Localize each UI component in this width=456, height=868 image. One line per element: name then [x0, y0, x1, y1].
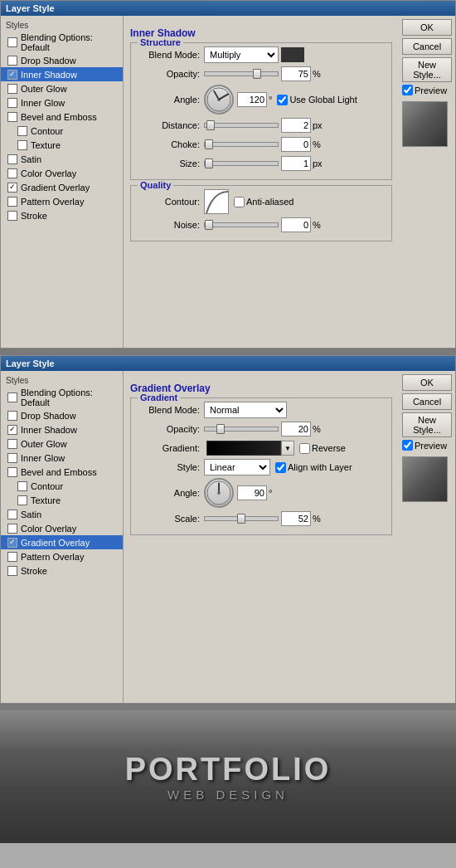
- p2-opacity-thumb[interactable]: [216, 424, 225, 434]
- stroke-checkbox[interactable]: [7, 211, 17, 221]
- preview-label[interactable]: Preview: [402, 85, 452, 95]
- choke-thumb[interactable]: [205, 139, 213, 149]
- p2-new-style-button[interactable]: New Style...: [402, 412, 452, 437]
- ok-button[interactable]: OK: [402, 19, 452, 36]
- sidebar-item-outer-glow[interactable]: Outer Glow: [1, 81, 123, 95]
- distance-input[interactable]: [281, 118, 311, 133]
- bevel-emboss-checkbox[interactable]: [7, 112, 17, 122]
- gradient-arrow[interactable]: ▼: [281, 441, 294, 456]
- p2-preview-checkbox[interactable]: [402, 440, 413, 451]
- p2-drop-shadow-checkbox[interactable]: [7, 411, 17, 421]
- choke-input[interactable]: [281, 137, 311, 152]
- p2-opacity-input[interactable]: [281, 422, 311, 436]
- preview-checkbox[interactable]: [402, 85, 413, 95]
- texture-checkbox[interactable]: [17, 140, 27, 150]
- p2-sidebar-item-pattern-overlay[interactable]: Pattern Overlay: [1, 549, 123, 563]
- p2-blending-options-checkbox[interactable]: [7, 393, 17, 402]
- sidebar-item-inner-glow[interactable]: Inner Glow: [1, 95, 123, 110]
- p2-stroke-checkbox[interactable]: [7, 566, 17, 576]
- p2-gradient-overlay-checkbox[interactable]: [7, 538, 17, 548]
- sidebar-item-gradient-overlay[interactable]: Gradient Overlay: [1, 180, 123, 194]
- p2-blend-mode-select[interactable]: Normal: [204, 402, 287, 418]
- blending-options-checkbox[interactable]: [7, 37, 17, 47]
- p2-satin-checkbox[interactable]: [7, 510, 17, 519]
- contour-checkbox[interactable]: [17, 126, 27, 136]
- pattern-overlay-checkbox[interactable]: [7, 197, 17, 207]
- p2-sidebar-item-inner-glow[interactable]: Inner Glow: [1, 451, 123, 465]
- outer-glow-checkbox[interactable]: [7, 84, 17, 94]
- p2-sidebar-item-satin[interactable]: Satin: [1, 507, 123, 521]
- reverse-label[interactable]: Reverse: [299, 443, 346, 454]
- new-style-button[interactable]: New Style...: [402, 57, 452, 82]
- p2-scale-thumb[interactable]: [237, 514, 245, 524]
- p2-opacity-slider[interactable]: [204, 427, 279, 432]
- p2-contour-checkbox[interactable]: [17, 481, 27, 491]
- p2-preview-label[interactable]: Preview: [402, 440, 452, 451]
- anti-aliased-checkbox[interactable]: [234, 197, 245, 207]
- blend-color-swatch[interactable]: [281, 47, 304, 62]
- sidebar-item-texture[interactable]: Texture: [1, 138, 123, 152]
- p2-inner-shadow-checkbox[interactable]: [7, 425, 17, 435]
- p2-sidebar-item-color-overlay[interactable]: Color Overlay: [1, 521, 123, 535]
- p2-ok-button[interactable]: OK: [402, 374, 452, 391]
- p2-angle-input[interactable]: [237, 485, 267, 500]
- p2-cancel-button[interactable]: Cancel: [402, 393, 452, 410]
- p2-sidebar-item-gradient-overlay[interactable]: Gradient Overlay: [1, 535, 123, 549]
- p2-style-select[interactable]: Linear: [204, 459, 270, 475]
- inner-shadow-checkbox[interactable]: [7, 70, 17, 80]
- sidebar-item-color-overlay[interactable]: Color Overlay: [1, 166, 123, 180]
- gradient-overlay-checkbox[interactable]: [7, 183, 17, 193]
- satin-checkbox[interactable]: [7, 154, 17, 164]
- p2-color-overlay-checkbox[interactable]: [7, 524, 17, 534]
- sidebar-item-blending-options[interactable]: Blending Options: Default: [1, 32, 123, 53]
- cancel-button[interactable]: Cancel: [402, 38, 452, 55]
- p2-sidebar-item-blending-options[interactable]: Blending Options: Default: [1, 387, 123, 408]
- choke-slider[interactable]: [204, 142, 279, 147]
- contour-preview[interactable]: [204, 189, 229, 214]
- align-with-layer-label[interactable]: Align with Layer: [275, 462, 352, 473]
- p2-sidebar-item-texture[interactable]: Texture: [1, 493, 123, 507]
- distance-slider[interactable]: [204, 123, 279, 128]
- anti-aliased-label[interactable]: Anti-aliased: [234, 197, 293, 207]
- color-overlay-checkbox[interactable]: [7, 168, 17, 178]
- p2-pattern-overlay-checkbox[interactable]: [7, 552, 17, 562]
- p2-texture-checkbox[interactable]: [17, 495, 27, 505]
- gradient-bar[interactable]: [206, 441, 281, 456]
- drop-shadow-checkbox[interactable]: [7, 56, 17, 66]
- opacity-slider[interactable]: [204, 71, 279, 76]
- noise-input[interactable]: [281, 217, 311, 232]
- p2-scale-slider[interactable]: [204, 516, 279, 521]
- sidebar-item-satin[interactable]: Satin: [1, 152, 123, 166]
- p2-sidebar-item-contour[interactable]: Contour: [1, 479, 123, 493]
- sidebar-item-stroke[interactable]: Stroke: [1, 208, 123, 222]
- use-global-light-label[interactable]: Use Global Light: [277, 95, 357, 105]
- p2-sidebar-item-bevel-emboss[interactable]: Bevel and Emboss: [1, 465, 123, 479]
- use-global-light-checkbox[interactable]: [277, 95, 288, 105]
- opacity-thumb[interactable]: [253, 69, 261, 79]
- align-with-layer-checkbox[interactable]: [275, 462, 286, 473]
- sidebar-item-drop-shadow[interactable]: Drop Shadow: [1, 53, 123, 67]
- blend-mode-select[interactable]: Multiply: [204, 46, 279, 63]
- distance-thumb[interactable]: [206, 120, 215, 130]
- sidebar-item-contour[interactable]: Contour: [1, 124, 123, 138]
- sidebar-item-pattern-overlay[interactable]: Pattern Overlay: [1, 194, 123, 208]
- angle-input[interactable]: [237, 92, 267, 107]
- noise-thumb[interactable]: [205, 220, 213, 230]
- p2-sidebar-item-stroke[interactable]: Stroke: [1, 563, 123, 578]
- noise-slider[interactable]: [204, 222, 279, 227]
- p2-inner-glow-checkbox[interactable]: [7, 453, 17, 463]
- reverse-checkbox[interactable]: [299, 443, 310, 454]
- p2-angle-dial[interactable]: [204, 478, 234, 508]
- size-thumb[interactable]: [205, 158, 213, 168]
- size-slider[interactable]: [204, 161, 279, 166]
- p2-outer-glow-checkbox[interactable]: [7, 439, 17, 449]
- size-input[interactable]: [281, 156, 311, 171]
- p2-sidebar-item-drop-shadow[interactable]: Drop Shadow: [1, 408, 123, 422]
- sidebar-item-bevel-emboss[interactable]: Bevel and Emboss: [1, 110, 123, 124]
- p2-sidebar-item-outer-glow[interactable]: Outer Glow: [1, 436, 123, 451]
- p2-sidebar-item-inner-shadow[interactable]: Inner Shadow: [1, 422, 123, 436]
- angle-dial[interactable]: [204, 85, 234, 115]
- sidebar-item-inner-shadow[interactable]: Inner Shadow: [1, 67, 123, 81]
- p2-bevel-emboss-checkbox[interactable]: [7, 467, 17, 477]
- opacity-input[interactable]: [281, 66, 311, 81]
